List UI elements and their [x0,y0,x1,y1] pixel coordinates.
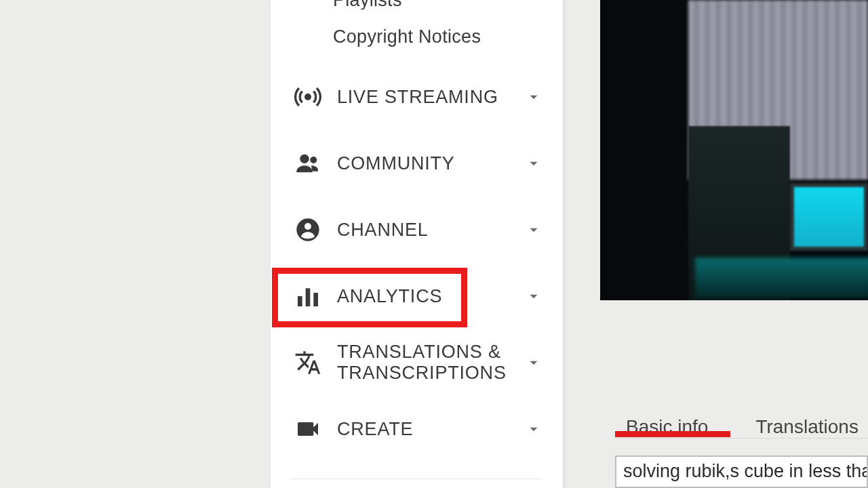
sidebar-item-analytics[interactable]: ANALYTICS [271,263,563,329]
sidebar-item-label: CHANNEL [337,220,525,241]
active-tab-underline [615,431,730,437]
sidebar-item-live-streaming[interactable]: LIVE STREAMING [271,64,563,130]
translate-icon [294,348,322,377]
sidebar-item-community[interactable]: COMMUNITY [271,130,563,197]
channel-icon [294,216,322,244]
sidebar-item-channel[interactable]: CHANNEL [271,197,563,263]
content-area: Basic info Translations [600,0,868,488]
sidebar-item-create[interactable]: CREATE [271,396,563,462]
video-title-input[interactable] [623,461,868,482]
svg-rect-6 [306,289,311,307]
svg-rect-7 [313,293,318,306]
sidebar-item-translations[interactable]: TRANSLATIONS & TRANSCRIPTIONS [271,329,563,396]
sidebar-item-label: TRANSLATIONS & TRANSCRIPTIONS [337,342,525,384]
chevron-down-icon [525,287,542,305]
svg-point-1 [300,155,309,163]
sidebar-divider [291,479,542,479]
svg-point-4 [304,223,311,230]
thumb-bg-screen [790,183,868,251]
svg-point-2 [310,157,317,163]
create-icon [294,415,322,443]
chevron-down-icon [525,354,542,371]
community-icon [294,149,322,178]
live-streaming-icon [294,83,322,111]
sidebar-sub-item-copyright[interactable]: Copyright Notices [271,26,563,47]
analytics-icon [294,282,322,310]
sidebar-item-label: COMMUNITY [337,153,525,174]
chevron-down-icon [525,88,542,106]
chevron-down-icon [525,420,542,438]
sidebar-item-label: LIVE STREAMING [337,87,525,108]
chevron-down-icon [525,155,542,172]
video-thumbnail[interactable] [600,0,868,300]
sidebar-nav: Playlists Copyright Notices LIVE STREAMI… [271,0,563,488]
sidebar-item-label: ANALYTICS [337,286,525,307]
video-title-field-wrap [615,455,868,488]
tab-label: Translations [755,416,858,437]
sidebar-sub-item-label: Playlists [333,0,402,9]
tab-translations[interactable]: Translations [755,416,858,438]
sidebar-item-label: CREATE [337,419,525,440]
video-manager-sub-items: Playlists Copyright Notices [271,0,563,47]
sidebar-sub-item-label: Copyright Notices [333,26,481,47]
sidebar-sub-item-playlists[interactable]: Playlists [271,0,563,9]
svg-point-0 [304,94,311,100]
chevron-down-icon [525,221,542,239]
svg-rect-5 [298,296,302,306]
thumb-bg-floor [695,258,868,298]
